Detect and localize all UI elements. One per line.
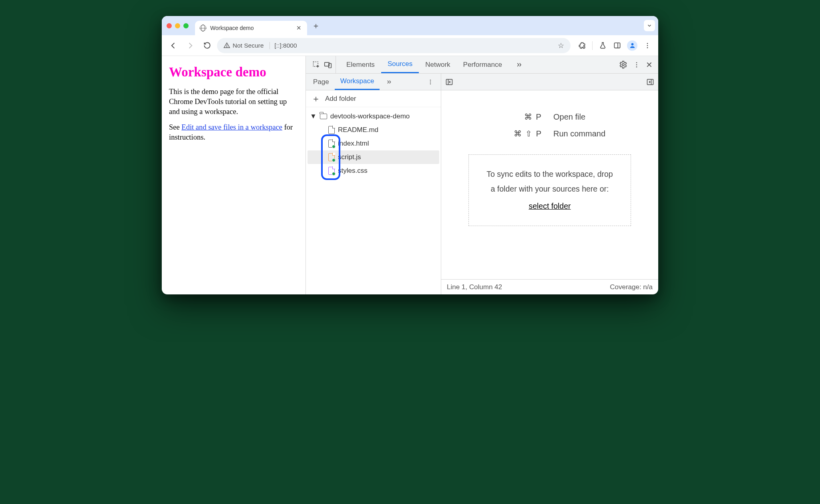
close-tab-button[interactable]: ✕	[296, 24, 301, 32]
device-toolbar-icon[interactable]	[324, 61, 332, 69]
browser-tab[interactable]: Workspace demo ✕	[195, 21, 307, 35]
shortcut-run-label: Run command	[553, 129, 605, 138]
file-icon	[328, 167, 335, 175]
editor-status-bar: Line 1, Column 42 Coverage: n/a	[441, 279, 658, 294]
inspect-element-icon[interactable]	[312, 61, 320, 69]
svg-point-1	[227, 46, 227, 47]
new-tab-button[interactable]: ＋	[310, 20, 322, 31]
tab-performance[interactable]: Performance	[457, 56, 508, 73]
globe-icon	[200, 25, 206, 31]
minimize-window-button[interactable]	[175, 23, 180, 28]
tree-file-styles[interactable]: styles.css	[308, 164, 439, 178]
security-indicator[interactable]: Not Secure	[223, 42, 270, 49]
side-panel-button[interactable]	[613, 41, 621, 50]
editor-body: ⌘ P Open file ⌘ ⇧ P Run command To sync …	[441, 90, 658, 279]
bookmark-button[interactable]: ☆	[558, 41, 564, 50]
page-intro: This is the demo page for the official C…	[169, 87, 298, 117]
separator	[592, 41, 593, 50]
svg-point-12	[636, 62, 637, 63]
devtools-menu-icon[interactable]	[633, 61, 640, 68]
address-bar[interactable]: Not Secure [::]:8000 ☆	[217, 38, 571, 53]
toolbar-actions	[574, 40, 653, 51]
editor-toolbar	[441, 74, 658, 90]
tab-sources[interactable]: Sources	[381, 56, 419, 73]
file-icon	[328, 126, 335, 134]
show-debugger-icon[interactable]	[646, 78, 654, 86]
not-secure-label: Not Secure	[233, 42, 264, 49]
shortcut-run-keys: ⌘ ⇧ P	[494, 129, 542, 138]
labs-button[interactable]	[598, 41, 607, 50]
svg-point-11	[622, 64, 624, 66]
window-controls	[165, 23, 192, 28]
tab-overflow-button[interactable]	[508, 56, 530, 73]
tab-title: Workspace demo	[210, 25, 292, 31]
select-folder-link[interactable]: select folder	[529, 202, 571, 210]
page-heading: Workspace demo	[169, 65, 298, 80]
svg-point-13	[636, 64, 637, 65]
tab-search-button[interactable]	[644, 20, 655, 31]
close-window-button[interactable]	[167, 23, 172, 28]
sources-subtabs: Page Workspace	[306, 74, 441, 90]
expand-icon: ▼	[310, 112, 317, 120]
chrome-menu-button[interactable]	[643, 41, 652, 50]
shortcut-open-label: Open file	[553, 112, 585, 122]
tab-strip: Workspace demo ✕ ＋	[162, 16, 658, 35]
page-see-line: See Edit and save files in a workspace f…	[169, 122, 298, 142]
subtab-overflow[interactable]	[380, 74, 399, 90]
close-devtools-icon[interactable]: ✕	[646, 60, 653, 70]
settings-icon[interactable]	[619, 60, 627, 69]
svg-point-6	[647, 45, 648, 46]
subtab-workspace[interactable]: Workspace	[335, 74, 380, 90]
tutorial-link[interactable]: Edit and save files in a workspace	[181, 123, 282, 131]
svg-point-4	[631, 43, 633, 46]
cursor-position: Line 1, Column 42	[447, 283, 502, 291]
tree-folder[interactable]: ▼ devtools-workspace-demo	[308, 110, 439, 123]
sources-editor: ⌘ P Open file ⌘ ⇧ P Run command To sync …	[441, 74, 658, 294]
svg-point-5	[647, 43, 648, 44]
svg-point-16	[430, 81, 431, 82]
coverage-status: Coverage: n/a	[610, 283, 653, 291]
devtools-tabstrip: Elements Sources Network Performance ✕	[306, 56, 658, 74]
navigator-menu[interactable]	[422, 74, 439, 90]
back-button[interactable]	[167, 39, 180, 52]
svg-point-17	[430, 83, 431, 84]
extensions-button[interactable]	[578, 41, 587, 50]
svg-point-15	[430, 80, 431, 80]
svg-point-7	[647, 47, 648, 48]
svg-rect-2	[614, 43, 620, 48]
browser-toolbar: Not Secure [::]:8000 ☆	[162, 35, 658, 56]
reload-button[interactable]	[200, 39, 214, 52]
page-viewport: Workspace demo This is the demo page for…	[162, 56, 306, 294]
tree-file-index[interactable]: index.html	[308, 137, 439, 150]
folder-icon	[320, 114, 327, 119]
tree-file-script[interactable]: script.js	[308, 150, 439, 164]
url-text: [::]:8000	[275, 42, 553, 49]
add-folder-button[interactable]: ＋ Add folder	[306, 90, 441, 107]
plus-icon: ＋	[312, 93, 320, 105]
file-tree: ▼ devtools-workspace-demo README.md	[306, 107, 441, 180]
forward-button[interactable]	[183, 39, 197, 52]
maximize-window-button[interactable]	[183, 23, 189, 28]
file-icon	[328, 140, 335, 148]
profile-button[interactable]	[627, 40, 637, 51]
devtools-panel: Elements Sources Network Performance ✕	[306, 56, 658, 294]
subtab-page[interactable]: Page	[308, 74, 335, 90]
svg-point-14	[636, 66, 637, 67]
tree-file-readme[interactable]: README.md	[308, 123, 439, 137]
workspace-dropzone[interactable]: To sync edits to the workspace, drop a f…	[468, 154, 631, 226]
shortcut-open-keys: ⌘ P	[494, 112, 542, 122]
tab-elements[interactable]: Elements	[340, 56, 381, 73]
show-navigator-icon[interactable]	[445, 78, 453, 86]
content-area: Workspace demo This is the demo page for…	[162, 56, 658, 294]
browser-window: Workspace demo ✕ ＋ Not Secure [::]:8000 …	[162, 16, 658, 294]
file-icon	[328, 153, 335, 161]
shortcut-hints: ⌘ P Open file ⌘ ⇧ P Run command	[494, 112, 605, 138]
sources-navigator: Page Workspace ＋ Add folder	[306, 74, 441, 294]
tab-network[interactable]: Network	[419, 56, 456, 73]
